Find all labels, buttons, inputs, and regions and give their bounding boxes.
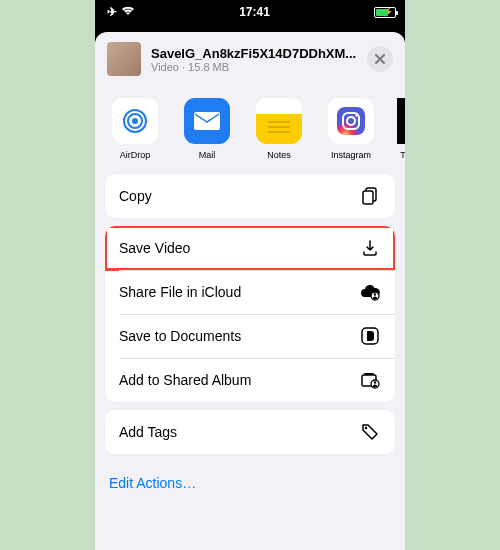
- file-subtitle: Video · 15.8 MB: [151, 61, 357, 73]
- action-add-shared-album[interactable]: Add to Shared Album: [105, 358, 395, 402]
- action-label: Save to Documents: [119, 328, 241, 344]
- status-time: 17:41: [239, 5, 270, 19]
- target-label: T: [400, 150, 405, 160]
- action-group-2: Save Video Share File in iCloud Save to …: [105, 226, 395, 402]
- modal-backdrop: SaveIG_An8kzFi5X14D7DDhXM... Video · 15.…: [95, 24, 405, 550]
- airdrop-icon: [112, 98, 158, 144]
- action-share-icloud[interactable]: Share File in iCloud: [105, 270, 395, 314]
- action-label: Add Tags: [119, 424, 177, 440]
- action-copy[interactable]: Copy: [105, 174, 395, 218]
- svg-point-20: [365, 427, 367, 429]
- close-button[interactable]: [367, 46, 393, 72]
- documents-app-icon: [359, 325, 381, 347]
- download-icon: [359, 237, 381, 259]
- target-label: Mail: [199, 150, 216, 160]
- share-targets-row: AirDrop Mail Notes: [95, 86, 405, 174]
- action-save-video[interactable]: Save Video: [105, 226, 395, 270]
- status-right: ⚡: [374, 7, 393, 18]
- svg-point-10: [355, 114, 357, 116]
- actions-list: Copy Save Video Share File in iC: [95, 174, 405, 504]
- battery-icon: [374, 7, 396, 18]
- edit-actions-button[interactable]: Edit Actions…: [95, 462, 405, 504]
- airplane-icon: ✈: [107, 5, 117, 19]
- action-label: Save Video: [119, 240, 190, 256]
- target-label: Notes: [267, 150, 291, 160]
- svg-rect-3: [194, 112, 220, 130]
- action-label: Add to Shared Album: [119, 372, 251, 388]
- share-header: SaveIG_An8kzFi5X14D7DDhXM... Video · 15.…: [95, 32, 405, 86]
- svg-rect-12: [363, 191, 373, 204]
- svg-point-0: [132, 118, 138, 124]
- target-label: AirDrop: [120, 150, 151, 160]
- action-save-documents[interactable]: Save to Documents: [105, 314, 395, 358]
- action-add-tags[interactable]: Add Tags: [105, 410, 395, 454]
- status-bar: ✈ 17:41 ⚡: [95, 0, 405, 24]
- icloud-share-icon: [359, 281, 381, 303]
- notes-icon: [256, 98, 302, 144]
- mail-icon: [184, 98, 230, 144]
- header-text: SaveIG_An8kzFi5X14D7DDhXM... Video · 15.…: [151, 46, 357, 73]
- target-label: Instagram: [331, 150, 371, 160]
- target-notes[interactable]: Notes: [253, 98, 305, 160]
- target-instagram[interactable]: Instagram: [325, 98, 377, 160]
- partial-icon: [397, 98, 405, 144]
- svg-point-14: [374, 293, 376, 295]
- svg-rect-7: [337, 107, 365, 135]
- action-group-3: Add Tags: [105, 410, 395, 454]
- instagram-icon: [328, 98, 374, 144]
- shared-album-icon: [359, 369, 381, 391]
- action-label: Copy: [119, 188, 152, 204]
- svg-rect-17: [364, 373, 374, 375]
- share-sheet: SaveIG_An8kzFi5X14D7DDhXM... Video · 15.…: [95, 32, 405, 550]
- file-thumbnail: [107, 42, 141, 76]
- status-left: ✈: [107, 5, 135, 19]
- tag-icon: [359, 421, 381, 443]
- target-airdrop[interactable]: AirDrop: [109, 98, 161, 160]
- file-title: SaveIG_An8kzFi5X14D7DDhXM...: [151, 46, 357, 61]
- close-icon: [374, 53, 386, 65]
- phone-frame: ✈ 17:41 ⚡ SaveIG_An8kzFi5X14D7DDhXM... V…: [95, 0, 405, 550]
- svg-point-19: [374, 381, 376, 383]
- target-mail[interactable]: Mail: [181, 98, 233, 160]
- copy-icon: [359, 185, 381, 207]
- edit-actions-label: Edit Actions…: [109, 475, 196, 491]
- target-partial[interactable]: T: [397, 98, 405, 160]
- wifi-icon: [121, 5, 135, 19]
- action-group-1: Copy: [105, 174, 395, 218]
- action-label: Share File in iCloud: [119, 284, 241, 300]
